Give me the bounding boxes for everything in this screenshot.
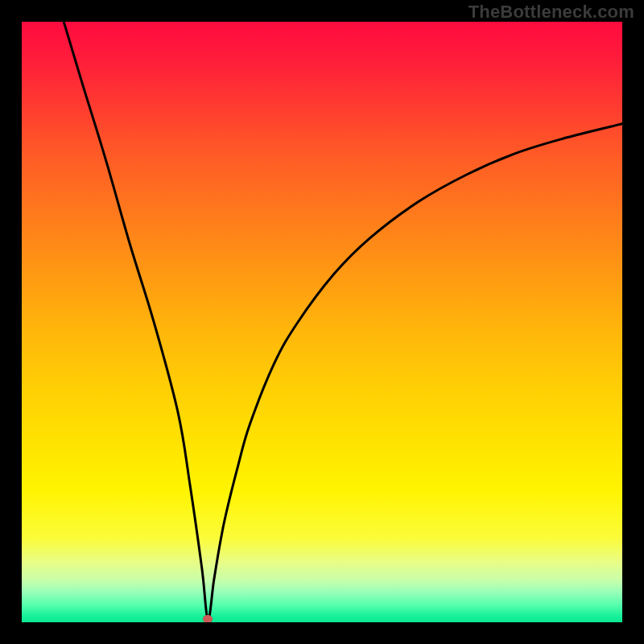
curve-layer	[22, 22, 622, 622]
minimum-marker	[203, 615, 213, 622]
watermark-text: TheBottleneck.com	[469, 2, 634, 23]
plot-area	[22, 22, 622, 622]
bottleneck-curve	[64, 22, 622, 619]
chart-frame: TheBottleneck.com	[0, 0, 644, 644]
